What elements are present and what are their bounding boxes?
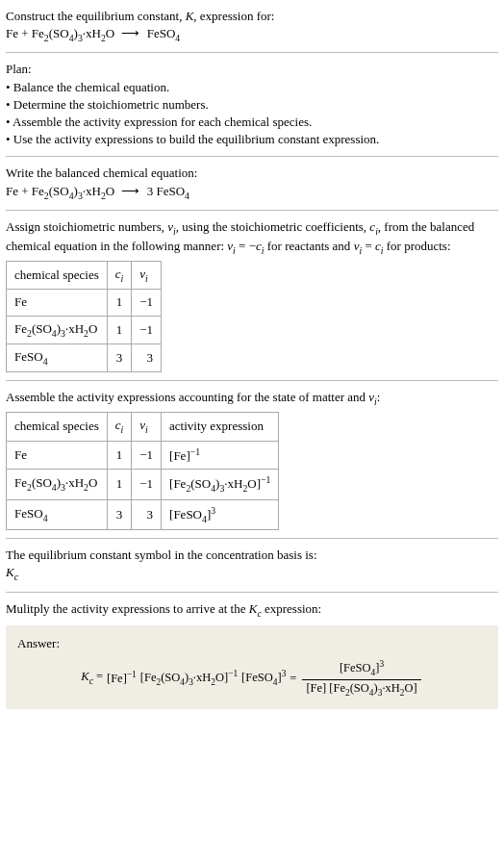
header-section: Construct the equilibrium constant, K, e… <box>6 8 498 44</box>
kc-fraction: [FeSO4]3 [Fe] [Fe2(SO4)3·xH2O] <box>302 658 420 699</box>
cell-expr: [Fe]−1 <box>162 441 279 470</box>
multiply-intro: Mulitply the activity expressions to arr… <box>6 600 498 620</box>
plan-item: Determine the stoichiometric numbers. <box>6 96 498 114</box>
divider <box>6 538 498 539</box>
cell-ci: 1 <box>107 290 132 316</box>
cell-expr: [FeSO4]3 <box>162 499 279 530</box>
table-row: Fe2(SO4)3·xH2O 1 −1 <box>7 316 162 343</box>
activity-section: Assemble the activity expressions accoun… <box>6 389 498 530</box>
col-species: chemical species <box>7 262 108 290</box>
answer-box: Answer: Kc = [Fe]−1 [Fe2(SO4)3·xH2O]−1 [… <box>6 625 498 709</box>
cell-vi: −1 <box>132 316 162 343</box>
balanced-section: Write the balanced chemical equation: Fe… <box>6 165 498 201</box>
kc-lhs: Kc = <box>81 669 103 688</box>
table-row: FeSO4 3 3 [FeSO4]3 <box>7 499 279 530</box>
table-header-row: chemical species ci νi <box>7 262 162 290</box>
stoich-section: Assign stoichiometric numbers, νi, using… <box>6 218 498 372</box>
cell-vi: 3 <box>132 499 162 530</box>
multiply-section: Mulitply the activity expressions to arr… <box>6 600 498 709</box>
header-line: Construct the equilibrium constant, K, e… <box>6 8 498 25</box>
table-row: FeSO4 3 3 <box>7 343 162 371</box>
divider <box>6 52 498 53</box>
col-ci: ci <box>107 262 132 290</box>
frac-numerator: [FeSO4]3 <box>302 658 420 680</box>
cell-ci: 3 <box>107 343 132 371</box>
cell-ci: 1 <box>107 470 132 500</box>
col-expr: activity expression <box>162 413 279 441</box>
unbalanced-equation: Fe + Fe2(SO4)3·xH2O ⟶ FeSO4 <box>6 25 498 44</box>
col-vi: νi <box>132 262 162 290</box>
plan-item: Assemble the activity expression for eac… <box>6 114 498 131</box>
kc-term1: [Fe]−1 <box>107 669 137 688</box>
cell-species: Fe2(SO4)3·xH2O <box>7 316 108 343</box>
cell-species: Fe2(SO4)3·xH2O <box>7 470 108 500</box>
cell-vi: −1 <box>132 441 162 470</box>
cell-ci: 3 <box>107 499 132 530</box>
stoich-intro: Assign stoichiometric numbers, νi, using… <box>6 218 498 257</box>
activity-table: chemical species ci νi activity expressi… <box>6 412 279 530</box>
kc-term3: [FeSO4]3 <box>241 668 286 689</box>
cell-species: FeSO4 <box>7 499 108 530</box>
plan-item: Use the activity expressions to build th… <box>6 131 498 148</box>
table-row: Fe 1 −1 [Fe]−1 <box>7 441 279 470</box>
col-species: chemical species <box>7 413 108 441</box>
table-header-row: chemical species ci νi activity expressi… <box>7 413 279 441</box>
divider <box>6 380 498 381</box>
divider <box>6 156 498 157</box>
divider <box>6 592 498 593</box>
frac-denominator: [Fe] [Fe2(SO4)3·xH2O] <box>302 680 420 700</box>
symbol-kc: Kc <box>6 564 498 583</box>
answer-label: Answer: <box>17 635 487 652</box>
balanced-title: Write the balanced chemical equation: <box>6 165 498 182</box>
kc-term2: [Fe2(SO4)3·xH2O]−1 <box>140 668 238 689</box>
cell-expr: [Fe2(SO4)3·xH2O]−1 <box>162 470 279 500</box>
table-row: Fe 1 −1 <box>7 290 162 316</box>
stoich-table: chemical species ci νi Fe 1 −1 Fe2(SO4)3… <box>6 261 162 372</box>
activity-intro: Assemble the activity expressions accoun… <box>6 389 498 408</box>
kc-eq-sign: = <box>290 671 296 688</box>
cell-vi: −1 <box>132 470 162 500</box>
cell-ci: 1 <box>107 441 132 470</box>
plan-item: Balance the chemical equation. <box>6 79 498 96</box>
cell-vi: 3 <box>132 343 162 371</box>
plan-section: Plan: Balance the chemical equation. Det… <box>6 61 498 148</box>
cell-ci: 1 <box>107 316 132 343</box>
table-row: Fe2(SO4)3·xH2O 1 −1 [Fe2(SO4)3·xH2O]−1 <box>7 470 279 500</box>
col-vi: νi <box>132 413 162 441</box>
cell-vi: −1 <box>132 290 162 316</box>
cell-species: Fe <box>7 290 108 316</box>
divider <box>6 210 498 211</box>
plan-title: Plan: <box>6 61 498 78</box>
symbol-line1: The equilibrium constant symbol in the c… <box>6 547 498 564</box>
kc-expression: Kc = [Fe]−1 [Fe2(SO4)3·xH2O]−1 [FeSO4]3 … <box>17 658 487 699</box>
balanced-equation: Fe + Fe2(SO4)3·xH2O ⟶ 3 FeSO4 <box>6 183 498 202</box>
cell-species: FeSO4 <box>7 343 108 371</box>
symbol-section: The equilibrium constant symbol in the c… <box>6 547 498 583</box>
col-ci: ci <box>107 413 132 441</box>
cell-species: Fe <box>7 441 108 470</box>
plan-list: Balance the chemical equation. Determine… <box>6 79 498 149</box>
